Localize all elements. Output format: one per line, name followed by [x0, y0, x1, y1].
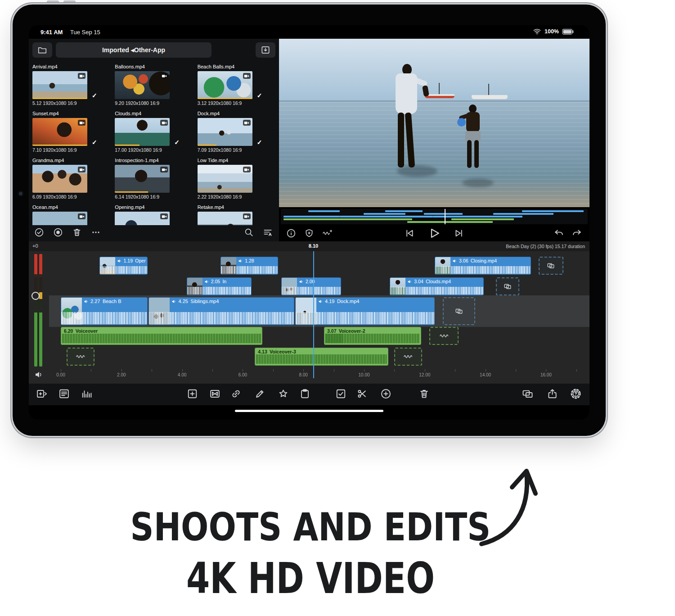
timeline-clip[interactable]: 3.04 Clouds.mp4 [390, 277, 484, 295]
markers-button[interactable] [304, 228, 314, 238]
dual-display-button[interactable] [522, 388, 533, 399]
camcorder-icon [243, 213, 251, 219]
timeline-clip[interactable]: 2.00 [281, 277, 341, 295]
timeline-clip[interactable]: 4.19 Dock.mp4 [295, 297, 435, 325]
camcorder-icon [78, 167, 86, 172]
clip-thumbnail[interactable] [198, 118, 252, 146]
clip-label: 4.19 Dock.mp4 [318, 299, 433, 304]
camcorder-icon [78, 73, 86, 79]
clip-meta: 7.09 1920x1080 16:9 [198, 147, 242, 153]
timeline-tracks[interactable]: 1.19 Oper1.283.06 Closing.mp42.05 In2.00… [49, 253, 590, 368]
audio-meters [31, 253, 48, 368]
effects-button[interactable] [278, 388, 289, 399]
timeline-overview-scrubber[interactable] [281, 209, 588, 224]
timeline-clip[interactable]: 3.06 Closing.mp4 [435, 257, 531, 275]
library-item[interactable]: Balloons.mp49.20 1920x1080 16:9 [115, 64, 193, 111]
add-to-timeline-button[interactable] [36, 388, 47, 399]
track-options-button[interactable] [81, 388, 92, 399]
clip-name: Grandma.mp4 [32, 158, 110, 164]
skip-forward-button[interactable] [454, 228, 464, 239]
timeline-clip[interactable]: 4.25 Siblings.mp4 [148, 297, 294, 325]
select-button[interactable] [335, 388, 346, 399]
settings-help-button[interactable] [570, 388, 581, 399]
timeline-clip[interactable]: 3.07 Voiceover-2 [324, 327, 421, 345]
select-all-button[interactable] [34, 227, 44, 237]
clip-name: Opening.mp4 [115, 204, 193, 211]
video-preview[interactable] [279, 39, 590, 207]
delete-button[interactable] [72, 227, 82, 237]
home-indicator[interactable] [235, 410, 383, 412]
timeline-ruler[interactable]: 0.002.004.006.008.0010.0012.0014.0016.00 [49, 369, 590, 380]
info-button[interactable] [286, 228, 296, 238]
clip-thumbnail[interactable] [198, 212, 252, 225]
empty-clip-slot[interactable] [539, 257, 563, 275]
share-button[interactable] [547, 388, 558, 399]
empty-clip-slot[interactable] [394, 348, 422, 366]
clipboard-button[interactable] [299, 388, 310, 399]
library-item[interactable]: Low Tide.mp42.22 1920x1080 16:9 [198, 158, 275, 204]
skip-back-button[interactable] [404, 228, 415, 239]
library-title[interactable]: Imported ◂Other-App [56, 42, 212, 58]
library-item[interactable]: Opening.mp4 [115, 204, 193, 225]
library-item[interactable]: Sunset.mp4✓7.10 1920x1080 16:9 [32, 111, 110, 158]
clip-thumbnail[interactable] [32, 71, 87, 99]
library-header: Imported ◂Other-App [32, 42, 275, 58]
library-source-button[interactable] [32, 42, 52, 58]
empty-clip-slot[interactable] [443, 297, 475, 325]
link-button[interactable] [230, 388, 242, 399]
library-item[interactable]: Retake.mp4 [198, 204, 275, 225]
in-out-mark-bar [115, 145, 140, 146]
timeline-clip[interactable]: 2.27 Beach B [61, 297, 148, 325]
clip-thumbnail[interactable] [32, 118, 87, 146]
add-button[interactable] [380, 388, 392, 399]
library-item[interactable]: Arrival.mp4✓5.12 1920x1080 16:9 [32, 64, 110, 111]
playhead[interactable] [313, 251, 314, 378]
scrubber-segment [451, 218, 514, 220]
library-item[interactable]: Introspection-1.mp46.14 1920x1080 16:9 [115, 158, 193, 204]
speaker-icon [407, 279, 412, 284]
search-button[interactable] [244, 227, 254, 237]
timeline-clip[interactable]: 1.19 Oper [99, 257, 148, 275]
delete-button[interactable] [418, 388, 430, 399]
timeline-clip[interactable]: 2.05 In [187, 277, 252, 295]
clip-list-button[interactable] [58, 388, 70, 399]
boy-figure [461, 104, 488, 177]
undo-button[interactable] [554, 228, 564, 239]
library-item[interactable]: Grandma.mp46.09 1920x1080 16:9 [32, 158, 110, 204]
clip-label-text: 4.19 Dock.mp4 [325, 299, 359, 304]
empty-clip-slot[interactable] [496, 277, 519, 295]
transition-button[interactable] [209, 388, 220, 399]
speaker-icon[interactable] [34, 370, 43, 379]
redo-button[interactable] [572, 228, 582, 239]
empty-clip-slot[interactable] [67, 348, 94, 366]
import-button[interactable] [256, 42, 275, 58]
library-item[interactable]: Clouds.mp4✓17.00 1920x1080 16:9 [115, 111, 193, 158]
clip-thumbnail[interactable] [32, 212, 87, 225]
more-button[interactable] [91, 227, 101, 237]
link-icon [230, 388, 242, 399]
clip-thumbnail[interactable] [198, 165, 252, 193]
clip-thumbnail[interactable] [115, 71, 170, 99]
clip-thumbnail[interactable] [115, 118, 170, 146]
timeline-clip[interactable]: 4.13 Voiceover-3 [255, 348, 388, 366]
library-item[interactable]: Dock.mp4✓7.09 1920x1080 16:9 [198, 111, 275, 158]
timeline-clip[interactable]: 6.20 Voiceover [61, 327, 262, 345]
audio-waveform [62, 334, 261, 343]
insert-button[interactable] [187, 388, 198, 399]
record-button[interactable] [53, 227, 63, 237]
empty-clip-slot[interactable] [429, 327, 459, 345]
edit-button[interactable] [254, 388, 266, 399]
scrubber-playhead[interactable] [445, 209, 446, 224]
library-item[interactable]: Beach Balls.mp4✓3.12 1920x1080 16:9 [198, 64, 275, 111]
clip-thumbnail[interactable] [115, 165, 170, 193]
play-button[interactable] [428, 226, 441, 240]
clip-thumbnail[interactable] [115, 212, 170, 225]
sort-button[interactable] [263, 227, 273, 237]
level-knob[interactable] [32, 292, 40, 300]
library-item[interactable]: Ocean.mp4 [32, 204, 110, 225]
split-button[interactable] [356, 388, 368, 399]
clip-thumbnail[interactable] [198, 71, 252, 99]
audio-ducking-button[interactable] [322, 228, 332, 238]
clip-thumbnail[interactable] [32, 165, 87, 193]
timeline-clip[interactable]: 1.28 [220, 257, 278, 275]
